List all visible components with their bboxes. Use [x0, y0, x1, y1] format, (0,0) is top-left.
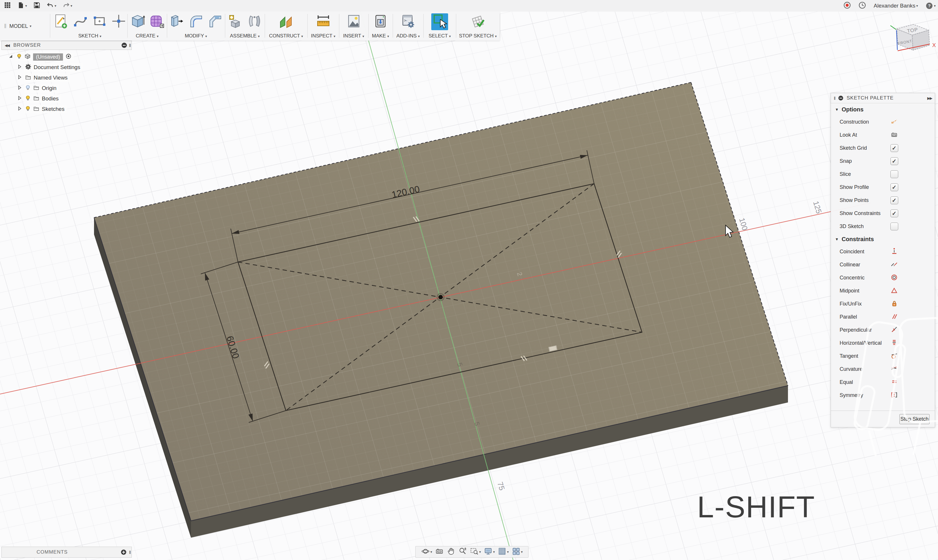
checkbox-checked[interactable]: ✓ — [890, 144, 898, 152]
minimize-icon[interactable] — [121, 42, 128, 48]
fit-button[interactable]: ▾ — [470, 547, 481, 557]
equal-icon[interactable] — [890, 378, 898, 387]
palette-section-constraints[interactable]: ▼Constraints — [831, 233, 935, 245]
grid-settings-button[interactable]: ▾ — [498, 547, 509, 557]
viewports-button[interactable]: ▾ — [512, 547, 523, 557]
collinear-icon[interactable] — [890, 260, 898, 269]
ribbon-group-label[interactable]: CREATE ▾ — [128, 33, 167, 39]
palette-row-midpoint[interactable]: Midpoint — [831, 285, 935, 297]
collapse-arrow-icon[interactable] — [17, 85, 22, 91]
browser-row-label[interactable]: Document Settings — [34, 64, 80, 71]
palette-section-options[interactable]: ▼Options — [831, 103, 935, 115]
coincident-icon[interactable] — [890, 248, 898, 256]
look-at-icon[interactable] — [890, 131, 898, 140]
stop-sketch-button[interactable] — [470, 13, 487, 30]
browser-panel-header[interactable]: ◀◀ BROWSER ‖ — [2, 41, 132, 50]
select-cursor-button[interactable] — [431, 13, 448, 30]
palette-row-perpendicular[interactable]: Perpendicular — [831, 323, 935, 337]
palette-row-equal[interactable]: Equal — [831, 376, 935, 389]
browser-row-label[interactable]: Origin — [42, 85, 57, 91]
solid-box-button[interactable] — [129, 13, 146, 30]
expand-arrow-icon[interactable] — [8, 54, 13, 60]
visibility-bulb-icon[interactable] — [25, 95, 31, 102]
add-comment-icon[interactable] — [120, 549, 127, 555]
palette-row-sketch-grid[interactable]: Sketch Grid✓ — [831, 142, 935, 155]
orbit-button[interactable]: ▾ — [421, 547, 432, 557]
palette-row-snap[interactable]: Snap✓ — [831, 155, 935, 168]
record-icon[interactable] — [843, 2, 851, 10]
ribbon-group-label[interactable]: MAKE ▾ — [368, 33, 393, 39]
comments-panel-header[interactable]: COMMENTS ‖ — [2, 547, 132, 558]
browser-row-label[interactable]: (Unsaved) — [33, 53, 63, 61]
insert-image-button[interactable] — [345, 13, 362, 30]
ribbon-group-label[interactable]: INSPECT ▾ — [307, 33, 339, 39]
checkbox-unchecked[interactable] — [890, 223, 898, 231]
visibility-bulb-icon[interactable] — [25, 85, 31, 92]
tangent-icon[interactable] — [890, 352, 898, 361]
point-button[interactable] — [110, 13, 127, 30]
visibility-bulb-icon[interactable] — [16, 53, 22, 60]
target-icon[interactable] — [65, 53, 72, 61]
browser-row-label[interactable]: Sketches — [42, 106, 65, 112]
form-button[interactable] — [148, 13, 165, 30]
parallel-icon[interactable] — [890, 313, 898, 322]
save-button[interactable] — [33, 2, 40, 10]
palette-row-tangent[interactable]: Tangent — [831, 350, 935, 363]
help-menu[interactable]: ? ▾ — [926, 2, 936, 9]
create-sketch-button[interactable] — [53, 13, 70, 30]
palette-row-3d-sketch[interactable]: 3D Sketch — [831, 220, 935, 233]
palette-row-fix-unfix[interactable]: Fix/UnFix — [831, 297, 935, 311]
chamfer-button[interactable] — [206, 13, 223, 30]
sketch-palette-header[interactable]: ‖ SKETCH PALETTE ▶▶ — [831, 93, 935, 103]
collapse-arrow-icon[interactable] — [17, 64, 22, 71]
checkbox-unchecked[interactable] — [890, 170, 898, 178]
undo-button[interactable]: ▾ — [47, 2, 56, 10]
3d-print-button[interactable] — [372, 13, 389, 30]
job-status-icon[interactable] — [858, 2, 866, 10]
palette-row-concentric[interactable]: Concentric — [831, 271, 935, 285]
collapse-left-icon[interactable]: ◀◀ — [5, 43, 9, 48]
ribbon-group-label[interactable]: MODIFY ▾ — [167, 33, 225, 39]
user-menu[interactable]: Alexander Banks ▾ — [873, 3, 918, 9]
palette-row-show-constraints[interactable]: Show Constraints✓ — [831, 207, 935, 220]
panel-grip-icon[interactable]: ‖ — [129, 43, 130, 48]
viewport-canvas[interactable]: 120.00 60.00 125 100 75 5 5 2 TO — [0, 0, 938, 560]
browser-row-origin[interactable]: Origin — [3, 83, 83, 94]
ribbon-group-label[interactable]: CONSTRUCT ▾ — [265, 33, 307, 39]
panel-grip-icon[interactable]: ‖ — [129, 550, 130, 555]
new-component-button[interactable] — [227, 13, 244, 30]
browser-row-sketches[interactable]: Sketches — [3, 104, 83, 114]
horizontal-vertical-icon[interactable] — [890, 339, 898, 348]
concentric-icon[interactable] — [890, 274, 898, 282]
palette-row-symmetry[interactable]: Symmetry — [831, 389, 935, 402]
visibility-bulb-icon[interactable] — [25, 106, 31, 112]
spline-button[interactable] — [72, 13, 89, 30]
ribbon-group-label[interactable]: SELECT ▾ — [424, 33, 456, 39]
press-pull-button[interactable] — [168, 13, 185, 30]
ribbon-group-label[interactable]: ASSEMBLE ▾ — [225, 33, 265, 39]
fix-unfix-icon[interactable] — [890, 300, 898, 308]
checkbox-checked[interactable]: ✓ — [890, 183, 898, 191]
collapse-arrow-icon[interactable] — [17, 106, 22, 112]
ribbon-group-label[interactable]: INSERT ▾ — [339, 33, 368, 39]
browser-row-bodies[interactable]: Bodies — [3, 94, 83, 104]
joint-button[interactable] — [246, 13, 263, 30]
rectangle-button[interactable] — [91, 13, 108, 30]
add-ins-button[interactable]: >- — [400, 13, 416, 30]
checkbox-checked[interactable]: ✓ — [890, 197, 898, 204]
collapse-arrow-icon[interactable] — [17, 75, 22, 81]
curvature-icon[interactable] — [890, 365, 898, 374]
checkbox-checked[interactable]: ✓ — [890, 209, 898, 217]
checkbox-checked[interactable]: ✓ — [890, 157, 898, 165]
fillet-button[interactable] — [188, 13, 204, 30]
collapse-arrow-icon[interactable] — [17, 95, 22, 102]
perpendicular-icon[interactable] — [890, 326, 898, 335]
ribbon-group-label[interactable]: STOP SKETCH ▾ — [456, 33, 500, 39]
look-at-button[interactable] — [435, 547, 444, 557]
browser-row--unsaved-[interactable]: (Unsaved) — [3, 52, 83, 62]
workspace-switcher[interactable]: ‖ MODEL ▾ — [0, 12, 50, 41]
palette-row-construction[interactable]: Construction — [831, 115, 935, 129]
browser-row-label[interactable]: Bodies — [42, 95, 59, 102]
palette-row-horizontal-vertical[interactable]: Horizontal/Vertical — [831, 337, 935, 350]
browser-row-label[interactable]: Named Views — [34, 75, 68, 81]
